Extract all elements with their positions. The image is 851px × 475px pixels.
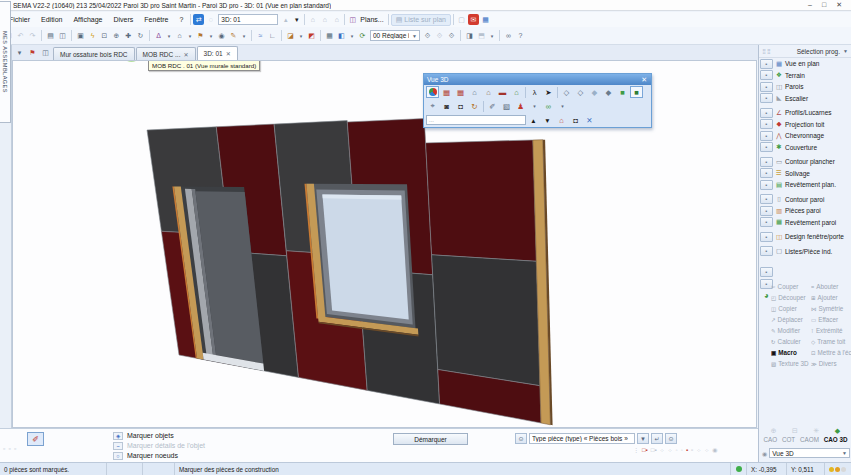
measure-icon[interactable]: Δ: [153, 30, 164, 41]
view-up-button[interactable]: ▴: [280, 14, 291, 25]
cube-wire-icon[interactable]: ◇: [560, 86, 573, 98]
view-mode-select[interactable]: Vue 3D ▼: [769, 448, 850, 458]
filter-find-button[interactable]: ⊙: [665, 433, 677, 444]
sidebar-item-rev-tement-paroi[interactable]: ▪▦Revêtement paroi: [759, 217, 851, 229]
building-icon[interactable]: ⌂: [174, 30, 185, 41]
plans-button[interactable]: Plans...: [358, 16, 385, 23]
tab-close-icon[interactable]: ✕: [183, 51, 188, 58]
binoculars-icon[interactable]: ∞: [503, 30, 514, 41]
sidebar-item-solivage[interactable]: ▪☰Solivage: [759, 168, 851, 180]
cao-tab-cao[interactable]: CAO: [763, 436, 777, 443]
marking-option-marquer-noeuds[interactable]: ○Marquer noeuds: [113, 451, 205, 460]
marking-option-marquer-objets[interactable]: ◈Marquer objets: [113, 431, 205, 440]
camera-icon[interactable]: ◙: [440, 100, 453, 112]
marking-tool-button[interactable]: ✐: [27, 432, 44, 446]
sidebar-item-design-fen-tre-porte[interactable]: ▪◫Design fenêtre/porte: [759, 231, 851, 243]
filter-apply-button[interactable]: ↵: [651, 433, 663, 444]
building-icon-dropdown[interactable]: ▾: [186, 30, 194, 41]
zoom-window-icon[interactable]: ⊡: [99, 30, 110, 41]
fill-icon-dropdown[interactable]: ▾: [297, 30, 305, 41]
menu-affichage[interactable]: Affichage: [68, 14, 107, 25]
sidebar-item-pi-ces-paroi[interactable]: ▪▥Pièces paroi: [759, 205, 851, 217]
cube-flat-icon[interactable]: ◆: [602, 86, 615, 98]
sidebar-item-contour-plancher[interactable]: ▪▭Contour plancher: [759, 156, 851, 168]
undo-icon[interactable]: ↶: [15, 30, 26, 41]
sidebar-item-rev-tement-plan-[interactable]: ▪▤Revêtement plan.: [759, 179, 851, 191]
sidebar-mini-button[interactable]: ▪: [760, 131, 773, 141]
cao-tab-cot[interactable]: COT: [782, 436, 795, 443]
help-icon[interactable]: ?: [515, 30, 526, 41]
rotate-view-icon[interactable]: ↻: [135, 30, 146, 41]
curve-icon[interactable]: ≈: [255, 30, 266, 41]
quick-mark-icon[interactable]: □▪: [642, 447, 648, 453]
down-icon[interactable]: ▾: [541, 114, 554, 126]
cube-section-icon[interactable]: ▧: [500, 100, 513, 112]
layers-icon-dropdown[interactable]: ▾: [488, 30, 496, 41]
sidebar-mini-button[interactable]: ▪: [760, 157, 773, 167]
sidebar-mini-button[interactable]: ▪: [760, 119, 773, 129]
sidebar-item-projection-toit[interactable]: ▪◆Projection toit: [759, 119, 851, 131]
figure-icon-dropdown[interactable]: ▾: [528, 100, 541, 112]
menu-fentre[interactable]: Fenêtre: [139, 14, 173, 25]
quick-mark-icon[interactable]: ⁘: [660, 446, 665, 453]
view-down-button[interactable]: ▾: [291, 14, 302, 25]
command-divers[interactable]: ≫Divers: [811, 358, 851, 369]
settings-combo[interactable]: 00 Réglage initial* ▼: [370, 30, 420, 41]
sidebar-item-terrain[interactable]: ▪❖Terrain: [759, 70, 851, 82]
sidebar-item-parois[interactable]: ▪◫Parois: [759, 81, 851, 93]
sidebar-item-escalier[interactable]: ▪◣Escalier: [759, 93, 851, 105]
grid-icon[interactable]: ▦: [324, 30, 335, 41]
tab-close-icon[interactable]: ✕: [226, 50, 231, 57]
cao-tab-caom[interactable]: CAOM: [800, 436, 819, 443]
up-icon[interactable]: ▴: [527, 114, 540, 126]
flag-icon-dropdown[interactable]: ▾: [207, 30, 215, 41]
command-effacer[interactable]: ▭Effacer: [811, 314, 851, 325]
sidebar-mini-button[interactable]: ▪: [760, 232, 773, 242]
cube-shaded-icon[interactable]: ◆: [588, 86, 601, 98]
sidebar-mini-button[interactable]: ▪: [760, 168, 773, 178]
minimize-button[interactable]: –: [808, 1, 812, 9]
tab-2[interactable]: MOB RDC ...✕: [136, 47, 196, 60]
doc-icon[interactable]: ▢: [456, 14, 467, 25]
zoom-all-icon[interactable]: ▣: [75, 30, 86, 41]
flag-icon[interactable]: ⚑: [195, 30, 206, 41]
close-button[interactable]: ✕: [836, 1, 842, 9]
quick-mark-icon[interactable]: ◦: [676, 447, 678, 453]
menu-[interactable]: ?: [174, 14, 188, 25]
sidebar-mini-button[interactable]: ▪: [760, 108, 773, 118]
redo-icon[interactable]: ↷: [27, 30, 38, 41]
cube-texture-icon[interactable]: ■: [630, 86, 643, 98]
pan-icon[interactable]: ✚: [123, 30, 134, 41]
glasses-icon-dropdown[interactable]: ▾: [556, 100, 569, 112]
demarquer-button[interactable]: Démarquer: [393, 433, 468, 445]
quick-mark-icon[interactable]: □▪: [651, 447, 657, 453]
panel-layout-icon-dropdown[interactable]: ▾: [348, 30, 356, 41]
command-couper[interactable]: ✂Couper: [771, 281, 811, 292]
angle-icon[interactable]: ∟: [267, 30, 278, 41]
camera-box-icon[interactable]: ◘: [454, 100, 467, 112]
cursor-icon[interactable]: ➤: [542, 86, 555, 98]
figure-icon[interactable]: ♟: [514, 100, 527, 112]
teamviewer-icon[interactable]: ⇄: [193, 14, 204, 25]
tab-3[interactable]: 3D: 01✕: [197, 46, 238, 60]
gear-icon[interactable]: ⟐: [422, 30, 433, 41]
sidebar-mini-button[interactable]: ▪: [760, 142, 773, 152]
gear-dis-icon[interactable]: ⟐: [434, 30, 445, 41]
assemblies-vertical-tab[interactable]: MES ASSEMBLAGES: [0, 1, 11, 123]
sidebar-item-listes-pi-ce-ind-[interactable]: ▪▢Listes/Pièce ind.: [759, 246, 851, 258]
house-cam-icon[interactable]: ⌂: [555, 114, 568, 126]
cam-store-icon[interactable]: ◘: [569, 114, 582, 126]
sidebar-mini-button[interactable]: ▪: [760, 206, 773, 216]
command-trame-toit[interactable]: ◇Trame toit: [811, 336, 851, 347]
command-abouter[interactable]: =Abouter: [811, 281, 851, 292]
copy-view-icon[interactable]: ◫: [57, 30, 68, 41]
glasses-icon[interactable]: ∞: [542, 100, 555, 112]
pencil-icon-dropdown[interactable]: ▾: [240, 30, 248, 41]
tab-1[interactable]: Mur ossature bois RDC: [53, 47, 135, 60]
tab-list-icon[interactable]: ▾: [14, 47, 25, 58]
command-calculer[interactable]: ↻Calculer: [771, 336, 811, 347]
pin-view-icon[interactable]: ⚑: [27, 47, 38, 58]
sidebar-grip[interactable]: ⣿⣿: [762, 48, 771, 54]
palette-close-icon[interactable]: ✕: [641, 76, 648, 84]
command-ajouter[interactable]: ⊞Ajouter: [811, 292, 851, 303]
